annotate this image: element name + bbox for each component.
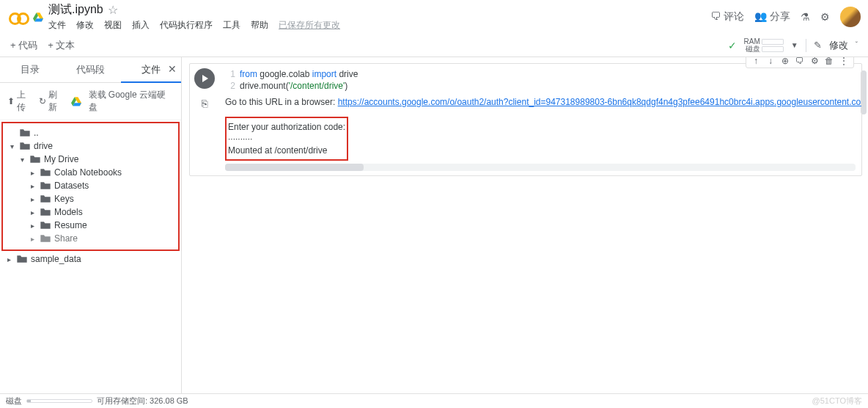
tree-up[interactable]: .. [7,126,178,139]
pencil-icon[interactable]: ✎ [814,40,822,51]
sidebar-actions: ⬆ 上传 ↻ 刷新 装载 Google 云端硬盘 [0,83,181,120]
tree-item[interactable]: ▸Resume [7,219,178,232]
code-cell[interactable]: ↑ ↓ ⊕ 🗨 ⚙ 🗑 ⋮ ⎘ 1from google.colab impor… [189,63,862,176]
add-text-button[interactable]: + 文本 [48,39,75,52]
menu-runtime[interactable]: 代码执行程序 [160,19,213,32]
main: 目录 代码段 文件 ✕ ⬆ 上传 ↻ 刷新 装载 Google 云端硬盘 .. … [0,57,868,393]
mount-drive-button[interactable]: 装载 Google 云端硬盘 [70,89,174,114]
chevron-down-icon[interactable]: ▼ [791,41,798,49]
tree-item[interactable]: ▸Keys [7,192,178,205]
tab-toc[interactable]: 目录 [0,57,60,82]
menu-help[interactable]: 帮助 [251,19,268,32]
cell-output: Go to this URL in a browser: https://acc… [225,96,856,171]
resource-indicator[interactable]: RAM 磁盘 [744,38,784,53]
disk-usage-bar [26,399,92,403]
avatar[interactable] [840,7,861,27]
divider [806,39,806,52]
refresh-button[interactable]: ↻ 刷新 [39,89,66,114]
menu-view[interactable]: 视图 [104,19,122,32]
tree-item[interactable]: ▸Colab Notebooks [7,166,178,179]
chevron-down-icon[interactable]: ˇ [856,41,858,49]
menu-file[interactable]: 文件 [48,19,66,32]
highlight-box: Enter your authorization code: ·········… [225,117,348,161]
flask-icon[interactable]: ⚗ [801,11,810,23]
star-icon[interactable]: ☆ [108,3,118,17]
tree-item[interactable]: ▸Models [7,205,178,219]
footer: 磁盘 可用存储空间: 326.08 GB [0,393,868,408]
highlight-box: .. ▾drive ▾My Drive ▸Colab Notebooks ▸Da… [1,122,180,251]
connected-check-icon: ✓ [728,40,737,51]
notebook-content: ↑ ↓ ⊕ 🗨 ⚙ 🗑 ⋮ ⎘ 1from google.colab impor… [182,57,868,393]
colab-logo-icon [7,7,28,27]
toolbar: + 代码 + 文本 ✓ RAM 磁盘 ▼ ✎ 修改 ˇ [0,34,868,57]
drive-icon [32,12,44,22]
add-code-button[interactable]: + 代码 [10,39,37,52]
cell-body[interactable]: 1from google.colab import drive 2drive.m… [219,64,861,175]
comment-button[interactable]: 🗨 评论 [710,10,744,23]
tree-item[interactable]: ▸Datasets [7,179,178,192]
cell-gutter: ⎘ [190,64,219,175]
notebook-title[interactable]: 测试.ipynb [48,2,103,18]
header: 测试.ipynb ☆ 文件 修改 视图 插入 代码执行程序 工具 帮助 已保存所… [0,0,868,34]
sidebar-tabs: 目录 代码段 文件 ✕ [0,57,181,83]
save-status: 已保存所有更改 [279,19,340,32]
auth-link[interactable]: https://accounts.google.com/o/oauth2/aut… [338,97,861,107]
menu-tools[interactable]: 工具 [223,19,240,32]
disk-space: 可用存储空间: 326.08 GB [97,396,188,407]
disk-label: 磁盘 [6,396,22,407]
edit-mode-label[interactable]: 修改 [829,39,848,52]
menu-edit[interactable]: 修改 [76,19,94,32]
scrollbar[interactable] [225,164,856,171]
sidebar: 目录 代码段 文件 ✕ ⬆ 上传 ↻ 刷新 装载 Google 云端硬盘 .. … [0,57,182,393]
run-button[interactable] [194,68,215,89]
tree-drive[interactable]: ▾drive [7,139,178,153]
tree-mydrive[interactable]: ▾My Drive [7,153,178,166]
upload-button[interactable]: ⬆ 上传 [7,89,34,114]
gear-icon[interactable]: ⚙ [820,11,830,23]
file-tree: .. ▾drive ▾My Drive ▸Colab Notebooks ▸Da… [3,123,178,245]
menu-bar: 文件 修改 视图 插入 代码执行程序 工具 帮助 已保存所有更改 [48,19,710,32]
tree-sample-data[interactable]: ▸sample_data [4,252,181,266]
share-button[interactable]: 👥 分享 [754,10,790,23]
tab-snippets[interactable]: 代码段 [60,57,120,82]
output-indicator-icon[interactable]: ⎘ [196,95,213,112]
menu-insert[interactable]: 插入 [132,19,150,32]
close-icon[interactable]: ✕ [168,63,177,75]
tree-item[interactable]: ▸Share [7,232,178,245]
